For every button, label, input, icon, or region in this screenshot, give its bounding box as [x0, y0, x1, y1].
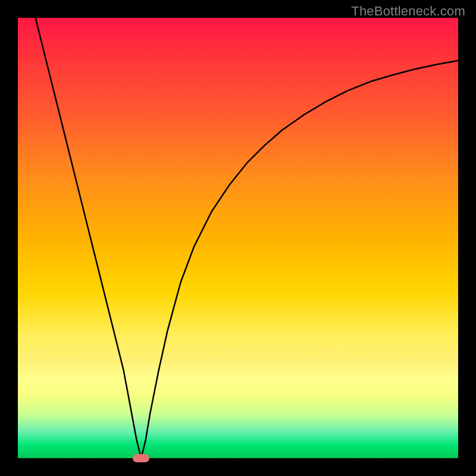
- watermark-text: TheBottleneck.com: [351, 4, 465, 19]
- chart-curve: [36, 18, 458, 458]
- chart-curve-svg: [18, 18, 458, 458]
- chart-plot-area: [18, 18, 458, 458]
- chart-marker: [133, 454, 149, 462]
